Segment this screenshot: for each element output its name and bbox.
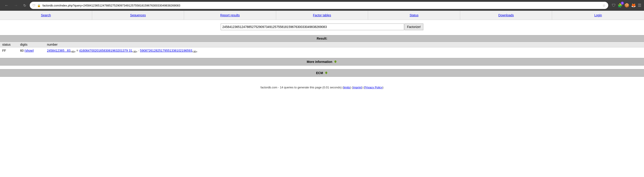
limits-link[interactable]: limits (344, 86, 350, 89)
number-link[interactable]: 2458412365...83 (47, 49, 70, 52)
result-table: status digits number FF 60 (show) 245841… (0, 42, 644, 54)
result-section: Result: status digits number FF 60 (show… (0, 35, 644, 54)
shield-action-icon[interactable]: 🛡 (612, 3, 616, 8)
col-digits: digits (18, 42, 45, 48)
shield-icon: 🛡 (32, 4, 35, 7)
forward-button[interactable]: → (12, 2, 20, 9)
cell-number: 2458412365...83<60> = 416064700201658306… (45, 48, 644, 54)
browser-actions: 🛡 🧩 3 🍪 🦊 ☰ (612, 3, 641, 8)
privacy-link[interactable]: Privacy Policy (364, 86, 382, 89)
avatar-icon[interactable]: 🦊 (631, 3, 636, 8)
nav-search-link[interactable]: Search (41, 14, 51, 17)
nav-status-link[interactable]: Status (410, 14, 418, 17)
cookie-icon[interactable]: 🍪 (624, 3, 629, 8)
nav-search[interactable]: Search (0, 11, 92, 20)
footer: factordb.com - 14 queries to generate th… (0, 86, 644, 89)
dot-separator: · (138, 49, 140, 52)
bookmark-icon[interactable]: ☆ (602, 3, 606, 8)
nav-bar: Search Sequences Report results Factor t… (0, 11, 644, 20)
back-button[interactable]: ← (3, 2, 10, 9)
factorize-button[interactable]: Factorize! (404, 24, 423, 30)
status-value: FF (2, 49, 6, 52)
ecm-header: ECM (0, 69, 644, 77)
factor2-link[interactable]: 590872612825179551336102196593 (140, 49, 192, 52)
extension-icon[interactable]: 🧩 3 (618, 3, 622, 8)
imprint-link[interactable]: Imprint (353, 86, 362, 89)
nav-downloads-link[interactable]: Downloads (498, 14, 514, 17)
equals-sign: = (76, 49, 79, 52)
nav-sequences-link[interactable]: Sequences (130, 14, 146, 17)
address-bar[interactable]: 🛡 🔒 factordb.com/index.php?query=2458412… (30, 2, 608, 9)
cell-digits: 60 (show) (18, 48, 45, 54)
nav-factor-tables[interactable]: Factor tables (276, 11, 368, 20)
url-text: factordb.com/index.php?query=24584123651… (42, 4, 599, 7)
more-info-header: More information (0, 58, 644, 66)
footer-sep2: ) ( (362, 86, 364, 89)
more-info-arrow-icon (334, 60, 337, 64)
nav-login-link[interactable]: Login (594, 14, 602, 17)
ecm-label: ECM (316, 71, 323, 75)
footer-sep1: ) ( (350, 86, 353, 89)
digits-value: 60 (20, 49, 24, 52)
ecm-section: ECM (0, 69, 644, 77)
browser-chrome: ← → ↻ 🛡 🔒 factordb.com/index.php?query=2… (0, 0, 644, 11)
cell-status: FF (0, 48, 18, 54)
number-sub: <60> (70, 50, 76, 53)
col-status: status (0, 42, 18, 48)
col-number: number (45, 42, 644, 48)
factor1-link[interactable]: 4160647002016583061963201379 31 (79, 49, 132, 52)
nav-downloads[interactable]: Downloads (460, 11, 552, 20)
nav-report[interactable]: Report results (184, 11, 276, 20)
result-header: Result: (0, 35, 644, 42)
nav-factor-tables-link[interactable]: Factor tables (313, 14, 331, 17)
reload-button[interactable]: ↻ (22, 2, 28, 8)
number-input[interactable] (221, 24, 404, 30)
footer-end: ) (382, 86, 384, 89)
badge: 3 (621, 2, 624, 5)
more-info-label: More information (307, 60, 332, 64)
nav-status[interactable]: Status (368, 11, 460, 20)
factor2-sub: <30> (192, 50, 197, 53)
table-header-row: status digits number (0, 42, 644, 48)
nav-sequences[interactable]: Sequences (92, 11, 184, 20)
ecm-arrow-icon (324, 71, 328, 75)
lock-icon: 🔒 (37, 4, 41, 7)
factor1-sub: <30> (132, 50, 137, 53)
nav-login[interactable]: Login (552, 11, 644, 20)
nav-report-link[interactable]: Report results (220, 14, 240, 17)
show-link[interactable]: (show) (24, 49, 34, 52)
footer-text: factordb.com - 14 queries to generate th… (260, 86, 344, 89)
search-area: Factorize! (0, 20, 644, 33)
menu-icon[interactable]: ☰ (638, 3, 641, 8)
more-info-section: More information (0, 58, 644, 66)
table-row: FF 60 (show) 2458412365...83<60> = 41606… (0, 48, 644, 54)
